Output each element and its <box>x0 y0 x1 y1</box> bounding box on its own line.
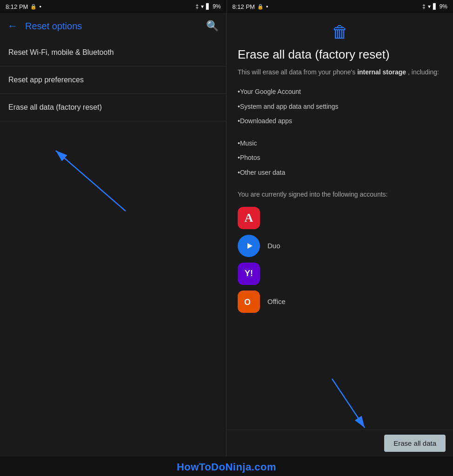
signal-icon-right: ▋ <box>433 3 437 10</box>
back-button[interactable]: ← <box>7 20 18 32</box>
menu-item-factory-reset[interactable]: Erase all data (factory reset) <box>0 94 226 121</box>
menu-item-wifi[interactable]: Reset Wi-Fi, mobile & Bluetooth <box>0 39 226 66</box>
main-panels: ← Reset options 🔍 Reset Wi-Fi, mobile & … <box>0 13 453 456</box>
account-adobe: A <box>238 207 442 229</box>
account-office: O Office <box>238 291 442 313</box>
menu-item-app-prefs[interactable]: Reset app preferences <box>0 66 226 94</box>
data-item-apps: •Downloaded apps <box>238 114 442 129</box>
account-yahoo: Y! <box>238 263 442 285</box>
status-bar-left: 8:12 PM 🔒 • ‡ ▾ ▋ 9% <box>0 0 226 13</box>
watermark: HowToDoNinja.com <box>0 456 453 476</box>
erase-title: Erase all data (factory reset) <box>238 47 442 62</box>
erase-description: This will erase all data from your phone… <box>238 67 442 77</box>
time-left: 8:12 PM 🔒 • <box>6 3 41 10</box>
wifi-icon-left: ▾ <box>201 3 204 10</box>
status-bar: 8:12 PM 🔒 • ‡ ▾ ▋ 9% 8:12 PM 🔒 • ‡ ▾ ▋ 9… <box>0 0 453 13</box>
status-bar-right: 8:12 PM 🔒 • ‡ ▾ ▋ 9% <box>227 0 453 13</box>
duo-label: Duo <box>267 242 280 250</box>
office-icon: O <box>238 291 260 313</box>
left-panel: ← Reset options 🔍 Reset Wi-Fi, mobile & … <box>0 13 226 456</box>
data-item-photos: •Photos <box>238 151 442 165</box>
battery-right: 9% <box>440 3 447 10</box>
accounts-label: You are currently signed into the follow… <box>238 190 442 199</box>
data-item-other: •Other user data <box>238 165 442 180</box>
svg-text:O: O <box>244 298 251 307</box>
signal-icon-left: ▋ <box>206 3 210 10</box>
erase-all-data-button[interactable]: Erase all data <box>384 435 446 452</box>
bluetooth-icon-left: ‡ <box>195 3 199 10</box>
data-item-google: •Your Google Account <box>238 85 442 99</box>
battery-left: 9% <box>213 3 220 10</box>
office-label: Office <box>267 298 286 305</box>
status-icons-right: ‡ ▾ ▋ 9% <box>422 3 447 10</box>
data-items-list: •Your Google Account •System and app dat… <box>238 85 442 180</box>
duo-icon <box>238 235 260 257</box>
data-item-music: •Music <box>238 136 442 151</box>
wifi-icon-right: ▾ <box>428 3 431 10</box>
data-item-system: •System and app data and settings <box>238 99 442 114</box>
account-duo: Duo <box>238 235 442 257</box>
erase-content: 🗑 Erase all data (factory reset) This wi… <box>226 13 453 430</box>
yahoo-icon: Y! <box>238 263 260 285</box>
time-right: 8:12 PM 🔒 • <box>233 3 268 10</box>
adobe-icon: A <box>238 207 260 229</box>
page-title: Reset options <box>25 21 199 32</box>
trash-icon-wrapper: 🗑 <box>238 22 442 42</box>
toolbar: ← Reset options 🔍 <box>0 13 226 39</box>
bluetooth-icon-right: ‡ <box>422 3 426 10</box>
trash-icon: 🗑 <box>332 22 348 41</box>
bottom-bar: Erase all data <box>226 430 453 456</box>
search-icon[interactable]: 🔍 <box>206 20 219 32</box>
right-panel: 🗑 Erase all data (factory reset) This wi… <box>226 13 453 456</box>
status-icons-left: ‡ ▾ ▋ 9% <box>195 3 220 10</box>
menu-list: Reset Wi-Fi, mobile & Bluetooth Reset ap… <box>0 39 226 456</box>
